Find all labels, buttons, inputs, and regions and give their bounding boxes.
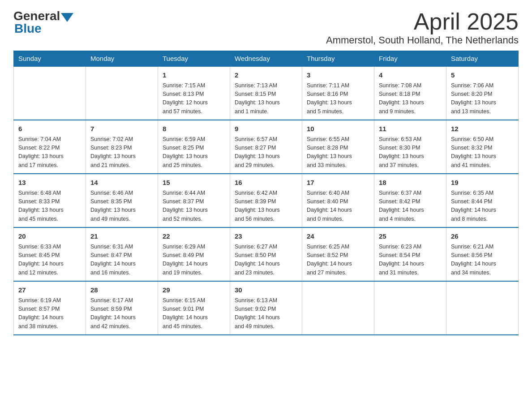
day-info: Sunrise: 6:31 AMSunset: 8:47 PMDaylight:… bbox=[90, 243, 153, 278]
day-info: Sunrise: 6:17 AMSunset: 8:59 PMDaylight:… bbox=[90, 296, 153, 331]
calendar-week-row: 1Sunrise: 7:15 AMSunset: 8:13 PMDaylight… bbox=[14, 66, 519, 120]
day-info: Sunrise: 7:13 AMSunset: 8:15 PMDaylight:… bbox=[235, 81, 297, 116]
day-info: Sunrise: 7:11 AMSunset: 8:16 PMDaylight:… bbox=[307, 81, 369, 116]
header: General Blue April 2025 Ammerstol, South… bbox=[13, 9, 519, 46]
day-number: 22 bbox=[163, 231, 225, 242]
calendar-day-cell: 26Sunrise: 6:21 AMSunset: 8:56 PMDayligh… bbox=[446, 227, 519, 281]
day-info: Sunrise: 6:37 AMSunset: 8:42 PMDaylight:… bbox=[379, 189, 442, 224]
calendar-day-cell: 20Sunrise: 6:33 AMSunset: 8:45 PMDayligh… bbox=[14, 227, 86, 281]
day-number: 4 bbox=[379, 70, 442, 81]
day-info: Sunrise: 6:33 AMSunset: 8:45 PMDaylight:… bbox=[18, 243, 81, 278]
title-area: April 2025 Ammerstol, South Holland, The… bbox=[326, 9, 519, 46]
day-number: 5 bbox=[451, 70, 514, 81]
day-number: 23 bbox=[235, 231, 297, 242]
day-info: Sunrise: 6:29 AMSunset: 8:49 PMDaylight:… bbox=[163, 243, 225, 278]
day-number: 15 bbox=[163, 178, 225, 188]
calendar-day-cell bbox=[446, 281, 519, 335]
day-number: 25 bbox=[379, 231, 442, 242]
calendar-day-cell bbox=[302, 281, 374, 335]
day-of-week-header: Monday bbox=[86, 51, 158, 67]
calendar-day-cell: 5Sunrise: 7:06 AMSunset: 8:20 PMDaylight… bbox=[446, 66, 519, 120]
calendar-day-cell bbox=[14, 66, 86, 120]
day-number: 2 bbox=[235, 70, 297, 81]
day-number: 17 bbox=[307, 178, 369, 188]
day-number: 16 bbox=[235, 178, 297, 188]
day-number: 14 bbox=[90, 178, 153, 188]
calendar-day-cell: 10Sunrise: 6:55 AMSunset: 8:28 PMDayligh… bbox=[302, 120, 374, 174]
day-number: 27 bbox=[18, 285, 81, 295]
day-number: 19 bbox=[451, 178, 514, 188]
calendar-day-cell: 1Sunrise: 7:15 AMSunset: 8:13 PMDaylight… bbox=[158, 66, 230, 120]
day-info: Sunrise: 6:23 AMSunset: 8:54 PMDaylight:… bbox=[379, 243, 442, 278]
day-info: Sunrise: 6:40 AMSunset: 8:40 PMDaylight:… bbox=[307, 189, 369, 224]
calendar-day-cell: 9Sunrise: 6:57 AMSunset: 8:27 PMDaylight… bbox=[230, 120, 302, 174]
day-info: Sunrise: 6:42 AMSunset: 8:39 PMDaylight:… bbox=[235, 189, 297, 224]
calendar-day-cell: 30Sunrise: 6:13 AMSunset: 9:02 PMDayligh… bbox=[230, 281, 302, 335]
calendar-header-row: SundayMondayTuesdayWednesdayThursdayFrid… bbox=[14, 51, 519, 67]
calendar-day-cell: 24Sunrise: 6:25 AMSunset: 8:52 PMDayligh… bbox=[302, 227, 374, 281]
day-info: Sunrise: 6:15 AMSunset: 9:01 PMDaylight:… bbox=[163, 296, 225, 331]
calendar-day-cell: 14Sunrise: 6:46 AMSunset: 8:35 PMDayligh… bbox=[86, 174, 158, 227]
day-info: Sunrise: 6:25 AMSunset: 8:52 PMDaylight:… bbox=[307, 243, 369, 278]
day-info: Sunrise: 6:48 AMSunset: 8:33 PMDaylight:… bbox=[18, 189, 81, 224]
day-info: Sunrise: 6:53 AMSunset: 8:30 PMDaylight:… bbox=[379, 135, 442, 170]
calendar-day-cell: 23Sunrise: 6:27 AMSunset: 8:50 PMDayligh… bbox=[230, 227, 302, 281]
day-info: Sunrise: 7:15 AMSunset: 8:13 PMDaylight:… bbox=[163, 81, 225, 116]
day-info: Sunrise: 7:02 AMSunset: 8:23 PMDaylight:… bbox=[90, 135, 153, 170]
calendar-day-cell: 6Sunrise: 7:04 AMSunset: 8:22 PMDaylight… bbox=[14, 120, 86, 174]
logo-blue-text: Blue bbox=[14, 21, 42, 36]
day-info: Sunrise: 6:27 AMSunset: 8:50 PMDaylight:… bbox=[235, 243, 297, 278]
location-title: Ammerstol, South Holland, The Netherland… bbox=[326, 34, 519, 46]
calendar-day-cell: 4Sunrise: 7:08 AMSunset: 8:18 PMDaylight… bbox=[374, 66, 446, 120]
day-info: Sunrise: 6:35 AMSunset: 8:44 PMDaylight:… bbox=[451, 189, 514, 224]
calendar-week-row: 6Sunrise: 7:04 AMSunset: 8:22 PMDaylight… bbox=[14, 120, 519, 174]
calendar-day-cell: 15Sunrise: 6:44 AMSunset: 8:37 PMDayligh… bbox=[158, 174, 230, 227]
calendar-day-cell: 22Sunrise: 6:29 AMSunset: 8:49 PMDayligh… bbox=[158, 227, 230, 281]
calendar-week-row: 20Sunrise: 6:33 AMSunset: 8:45 PMDayligh… bbox=[14, 227, 519, 281]
day-number: 30 bbox=[235, 285, 297, 295]
day-info: Sunrise: 6:59 AMSunset: 8:25 PMDaylight:… bbox=[163, 135, 225, 170]
day-info: Sunrise: 6:50 AMSunset: 8:32 PMDaylight:… bbox=[451, 135, 514, 170]
calendar-day-cell: 18Sunrise: 6:37 AMSunset: 8:42 PMDayligh… bbox=[374, 174, 446, 227]
day-number: 3 bbox=[307, 70, 369, 81]
day-number: 6 bbox=[18, 124, 81, 134]
calendar-day-cell: 25Sunrise: 6:23 AMSunset: 8:54 PMDayligh… bbox=[374, 227, 446, 281]
day-info: Sunrise: 7:06 AMSunset: 8:20 PMDaylight:… bbox=[451, 81, 514, 116]
day-of-week-header: Wednesday bbox=[230, 51, 302, 67]
calendar-day-cell: 13Sunrise: 6:48 AMSunset: 8:33 PMDayligh… bbox=[14, 174, 86, 227]
calendar-day-cell: 12Sunrise: 6:50 AMSunset: 8:32 PMDayligh… bbox=[446, 120, 519, 174]
day-info: Sunrise: 6:19 AMSunset: 8:57 PMDaylight:… bbox=[18, 296, 81, 331]
day-number: 26 bbox=[451, 231, 514, 242]
calendar-day-cell: 16Sunrise: 6:42 AMSunset: 8:39 PMDayligh… bbox=[230, 174, 302, 227]
day-number: 20 bbox=[18, 231, 81, 242]
calendar-week-row: 13Sunrise: 6:48 AMSunset: 8:33 PMDayligh… bbox=[14, 174, 519, 227]
calendar-day-cell: 17Sunrise: 6:40 AMSunset: 8:40 PMDayligh… bbox=[302, 174, 374, 227]
calendar-week-row: 27Sunrise: 6:19 AMSunset: 8:57 PMDayligh… bbox=[14, 281, 519, 335]
calendar-day-cell: 8Sunrise: 6:59 AMSunset: 8:25 PMDaylight… bbox=[158, 120, 230, 174]
calendar-day-cell: 11Sunrise: 6:53 AMSunset: 8:30 PMDayligh… bbox=[374, 120, 446, 174]
day-info: Sunrise: 6:57 AMSunset: 8:27 PMDaylight:… bbox=[235, 135, 297, 170]
logo-triangle-icon bbox=[61, 13, 73, 22]
day-number: 8 bbox=[163, 124, 225, 134]
day-number: 28 bbox=[90, 285, 153, 295]
calendar-day-cell bbox=[374, 281, 446, 335]
day-info: Sunrise: 6:13 AMSunset: 9:02 PMDaylight:… bbox=[235, 296, 297, 331]
calendar-day-cell: 21Sunrise: 6:31 AMSunset: 8:47 PMDayligh… bbox=[86, 227, 158, 281]
calendar-table: SundayMondayTuesdayWednesdayThursdayFrid… bbox=[13, 51, 519, 335]
day-info: Sunrise: 6:46 AMSunset: 8:35 PMDaylight:… bbox=[90, 189, 153, 224]
calendar-day-cell: 28Sunrise: 6:17 AMSunset: 8:59 PMDayligh… bbox=[86, 281, 158, 335]
day-number: 21 bbox=[90, 231, 153, 242]
calendar-day-cell: 3Sunrise: 7:11 AMSunset: 8:16 PMDaylight… bbox=[302, 66, 374, 120]
day-info: Sunrise: 7:04 AMSunset: 8:22 PMDaylight:… bbox=[18, 135, 81, 170]
calendar-day-cell: 19Sunrise: 6:35 AMSunset: 8:44 PMDayligh… bbox=[446, 174, 519, 227]
day-number: 7 bbox=[90, 124, 153, 134]
day-info: Sunrise: 7:08 AMSunset: 8:18 PMDaylight:… bbox=[379, 81, 442, 116]
calendar-day-cell: 27Sunrise: 6:19 AMSunset: 8:57 PMDayligh… bbox=[14, 281, 86, 335]
day-info: Sunrise: 6:21 AMSunset: 8:56 PMDaylight:… bbox=[451, 243, 514, 278]
day-info: Sunrise: 6:55 AMSunset: 8:28 PMDaylight:… bbox=[307, 135, 369, 170]
day-number: 24 bbox=[307, 231, 369, 242]
day-number: 18 bbox=[379, 178, 442, 188]
month-title: April 2025 bbox=[326, 9, 519, 34]
day-of-week-header: Tuesday bbox=[158, 51, 230, 67]
day-info: Sunrise: 6:44 AMSunset: 8:37 PMDaylight:… bbox=[163, 189, 225, 224]
